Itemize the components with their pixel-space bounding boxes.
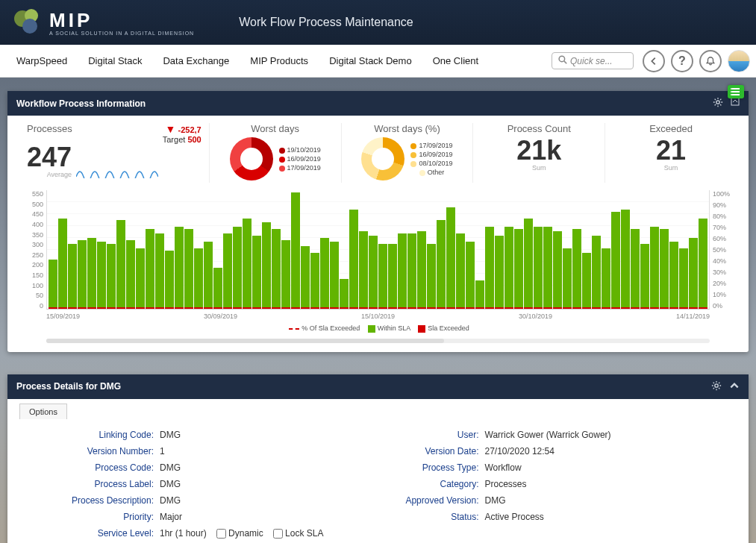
chart-plot[interactable] <box>46 190 710 310</box>
bar[interactable] <box>97 242 106 309</box>
bar[interactable] <box>155 233 164 309</box>
bar[interactable] <box>621 210 630 309</box>
bar[interactable] <box>592 236 601 309</box>
bar[interactable] <box>631 229 640 309</box>
bar[interactable] <box>417 231 426 309</box>
bar-exceeded <box>107 307 116 309</box>
bar[interactable] <box>475 280 484 309</box>
nav-link[interactable]: Data Exchange <box>152 46 240 75</box>
bar[interactable] <box>495 236 504 309</box>
collapse-icon[interactable] <box>729 380 740 393</box>
bar[interactable] <box>204 242 213 309</box>
dynamic-checkbox[interactable] <box>216 529 226 539</box>
bar[interactable] <box>660 229 669 309</box>
bar-exceeded <box>621 307 630 309</box>
lbl-service-level: Service Level: <box>42 528 154 539</box>
bar[interactable] <box>398 233 407 309</box>
bar[interactable] <box>68 244 77 309</box>
bar[interactable] <box>349 210 358 309</box>
gear-icon[interactable] <box>713 97 723 110</box>
nav-link[interactable]: Digital Stack Demo <box>319 46 422 75</box>
bar[interactable] <box>427 244 436 309</box>
bar[interactable] <box>107 244 116 309</box>
bar[interactable] <box>534 227 543 309</box>
bar[interactable] <box>58 219 67 309</box>
bar[interactable] <box>553 231 562 309</box>
bar[interactable] <box>572 229 581 309</box>
bar[interactable] <box>514 229 523 309</box>
bar[interactable] <box>650 227 659 309</box>
bar[interactable] <box>175 227 184 309</box>
nav-link[interactable]: Digital Stack <box>78 46 152 75</box>
workflow-info-panel: Workflow Process Information Processes ▼… <box>7 91 749 352</box>
chart-scrollbar[interactable] <box>46 339 710 343</box>
bar[interactable] <box>456 233 465 309</box>
svg-line-4 <box>564 61 566 63</box>
bar[interactable] <box>165 251 174 309</box>
expand-icon[interactable] <box>731 97 740 110</box>
legend-item: 19/10/2019 <box>279 146 321 154</box>
back-button[interactable] <box>643 50 665 72</box>
bar[interactable] <box>116 220 125 309</box>
bar[interactable] <box>378 244 387 309</box>
bar[interactable] <box>485 227 494 309</box>
bar[interactable] <box>679 248 688 309</box>
bar[interactable] <box>407 233 416 309</box>
kpi-worst-days-pct: Worst days (%) 17/09/201916/09/201908/10… <box>342 123 474 183</box>
lock-sla-checkbox[interactable] <box>273 529 283 539</box>
bar[interactable] <box>640 244 649 309</box>
bar[interactable] <box>310 253 319 309</box>
bar-exceeded <box>582 307 591 309</box>
bar[interactable] <box>291 192 300 309</box>
bar[interactable] <box>252 236 261 309</box>
bar[interactable] <box>466 242 475 309</box>
bar[interactable] <box>369 236 378 309</box>
bar[interactable] <box>699 219 707 309</box>
help-button[interactable]: ? <box>671 50 693 72</box>
avatar[interactable] <box>728 50 750 72</box>
bar[interactable] <box>78 240 87 310</box>
nav-link[interactable]: MIP Products <box>240 46 319 75</box>
bar[interactable] <box>446 207 455 309</box>
bar[interactable] <box>87 238 96 309</box>
options-tab[interactable]: Options <box>19 404 67 419</box>
bar[interactable] <box>233 227 242 309</box>
bar[interactable] <box>563 248 572 309</box>
bar[interactable] <box>543 227 552 309</box>
bar[interactable] <box>262 222 271 309</box>
bar[interactable] <box>281 240 290 310</box>
bar[interactable] <box>602 248 610 309</box>
bar[interactable] <box>437 220 446 309</box>
bar[interactable] <box>689 238 698 309</box>
bar[interactable] <box>146 229 154 309</box>
bar[interactable] <box>582 253 591 309</box>
bar-exceeded <box>243 307 252 309</box>
bar[interactable] <box>243 219 252 309</box>
bar[interactable] <box>340 279 349 309</box>
bar[interactable] <box>126 240 135 310</box>
gear-icon[interactable] <box>711 380 722 393</box>
bar[interactable] <box>272 229 281 309</box>
bar[interactable] <box>184 229 193 309</box>
bar[interactable] <box>49 260 57 309</box>
bar[interactable] <box>359 231 368 309</box>
bar[interactable] <box>136 248 145 309</box>
panel-list-toggle[interactable] <box>728 85 744 98</box>
legend-label: Other <box>428 169 445 176</box>
bar[interactable] <box>320 238 329 309</box>
search-input[interactable]: Quick se... <box>552 52 634 69</box>
bar[interactable] <box>524 219 533 309</box>
lbl-approved-version: Approved Version: <box>390 495 479 506</box>
nav-link[interactable]: One Client <box>422 46 489 75</box>
bar[interactable] <box>194 248 203 309</box>
bar[interactable] <box>223 233 232 309</box>
bar[interactable] <box>213 268 222 309</box>
bar[interactable] <box>504 227 513 309</box>
bar[interactable] <box>611 212 620 309</box>
bar[interactable] <box>669 242 678 309</box>
nav-link[interactable]: WarpSpeed <box>6 46 78 75</box>
bar[interactable] <box>330 242 339 309</box>
notifications-button[interactable] <box>699 50 722 72</box>
bar[interactable] <box>388 244 397 309</box>
bar[interactable] <box>301 246 310 309</box>
